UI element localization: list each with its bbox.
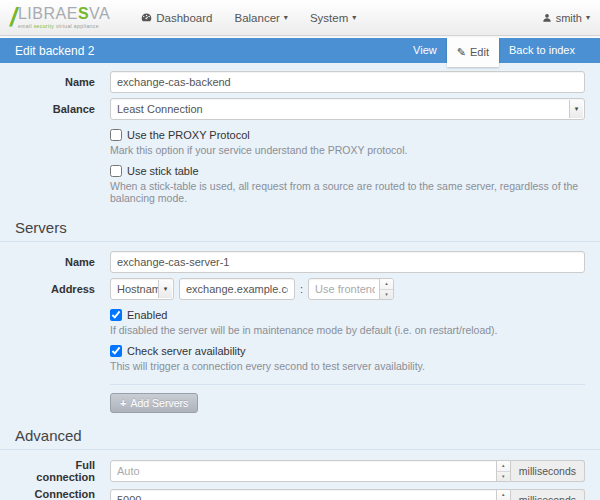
spinner-down-icon[interactable]: ▾ [497, 472, 510, 482]
select-arrow-icon: ▾ [158, 280, 172, 298]
availability-checkbox[interactable] [110, 345, 122, 357]
number-spinner[interactable]: ▴ ▾ [496, 490, 510, 500]
address-separator: : [300, 283, 303, 295]
backend-name-input[interactable] [110, 71, 585, 93]
number-spinner[interactable]: ▴ ▾ [496, 461, 510, 481]
availability-row: Check server availability [110, 345, 585, 357]
full-connection-field: ▴ ▾ [110, 460, 511, 482]
nav-item-system[interactable]: System ▾ [299, 0, 367, 35]
nav-item-dashboard[interactable]: Dashboard [130, 0, 223, 35]
availability-help: This will trigger a connection every sec… [110, 360, 585, 372]
server-port-field: ▴ ▾ [308, 278, 394, 300]
brand-name-post: VA [89, 5, 110, 22]
brand-tagline-accent: security [34, 23, 54, 29]
advanced-section-heading: Advanced [0, 419, 600, 450]
proxy-protocol-row: Use the PROXY Protocol [110, 129, 585, 141]
stick-table-row: Use stick table [110, 165, 585, 177]
connection-timeout-label: Connection Timeout [15, 488, 95, 500]
edit-button[interactable]: ✎ Edit [447, 38, 499, 67]
add-servers-button[interactable]: + Add Servers [110, 393, 198, 413]
brand-tagline-pre: email [18, 23, 34, 29]
availability-label: Check server availability [127, 345, 246, 357]
stick-table-help: When a stick-table is used, all request … [110, 180, 585, 204]
brand-tagline-post: virtual appliance [54, 23, 99, 29]
enabled-checkbox[interactable] [110, 309, 122, 321]
proxy-protocol-label: Use the PROXY Protocol [127, 129, 250, 141]
server-name-label: Name [15, 256, 95, 268]
brand-name-accent: S [78, 5, 89, 22]
plus-icon: + [120, 397, 126, 409]
servers-divider [110, 384, 585, 385]
page-title: Edit backend 2 [15, 44, 94, 58]
page: / LIBRAESVA email security virtual appli… [0, 0, 600, 500]
caret-down-icon: ▾ [586, 14, 590, 22]
full-connection-label: Full connection [15, 459, 95, 483]
enabled-label: Enabled [127, 309, 167, 321]
enabled-help: If disabled the server will be in mainte… [110, 324, 585, 336]
spinner-down-icon[interactable]: ▾ [380, 290, 393, 300]
brand-tagline: email security virtual appliance [18, 23, 110, 29]
brand-name: LIBRAESVA [18, 6, 110, 22]
add-servers-button-label: Add Servers [130, 397, 188, 409]
balance-row: Balance Least Connection ▾ [15, 98, 585, 120]
connection-timeout-input[interactable] [110, 489, 511, 500]
full-connection-row: Full connection ▴ ▾ milliseconds [15, 459, 585, 483]
spinner-up-icon[interactable]: ▴ [380, 279, 393, 290]
nav-item-label: Balancer [234, 12, 279, 24]
brand-name-pre: LIBRAE [18, 5, 78, 22]
stick-table-checkbox[interactable] [110, 165, 122, 177]
main-nav: Dashboard Balancer ▾ System ▾ [130, 0, 367, 35]
dashboard-icon [141, 12, 152, 23]
user-name: smith [556, 12, 582, 24]
brand-slash-icon: / [10, 6, 17, 28]
edit-button-label: Edit [470, 40, 489, 65]
server-name-input[interactable] [110, 251, 585, 273]
server-name-row: Name [15, 251, 585, 273]
brand-logo[interactable]: / LIBRAESVA email security virtual appli… [10, 6, 110, 29]
number-spinner[interactable]: ▴ ▾ [379, 279, 393, 299]
full-connection-unit: milliseconds [511, 460, 585, 482]
connection-timeout-unit: milliseconds [511, 489, 585, 500]
caret-down-icon: ▾ [284, 14, 288, 22]
proxy-protocol-help: Mark this option if your service underst… [110, 144, 585, 156]
view-button[interactable]: View [403, 38, 447, 63]
backend-name-label: Name [15, 76, 95, 88]
user-icon [542, 13, 552, 23]
header-actions: View ✎ Edit Back to index [403, 38, 585, 63]
nav-item-label: System [310, 12, 348, 24]
server-host-input[interactable] [179, 278, 295, 300]
connection-timeout-row: Connection Timeout ▴ ▾ milliseconds [15, 488, 585, 500]
top-navbar: / LIBRAESVA email security virtual appli… [0, 0, 600, 36]
connection-timeout-field: ▴ ▾ [110, 489, 511, 500]
brand-text: LIBRAESVA email security virtual applian… [18, 6, 110, 29]
stick-table-label: Use stick table [127, 165, 199, 177]
nav-item-label: Dashboard [156, 12, 212, 24]
address-type-select[interactable]: Hostname ▾ [110, 278, 174, 300]
balance-selected-value: Least Connection [117, 103, 203, 115]
spinner-up-icon[interactable]: ▴ [497, 461, 510, 472]
nav-item-balancer[interactable]: Balancer ▾ [223, 0, 298, 35]
server-address-label: Address [15, 283, 95, 295]
enabled-row: Enabled [110, 309, 585, 321]
edit-backend-form: Name Balance Least Connection ▾ Use the … [0, 63, 600, 500]
user-menu[interactable]: smith ▾ [542, 12, 590, 24]
pencil-icon: ✎ [457, 40, 466, 65]
proxy-protocol-checkbox[interactable] [110, 129, 122, 141]
balance-label: Balance [15, 103, 95, 115]
backend-name-row: Name [15, 71, 585, 93]
page-header-bar: Edit backend 2 View ✎ Edit Back to index [0, 38, 600, 63]
select-arrow-icon: ▾ [569, 100, 583, 118]
balance-select[interactable]: Least Connection ▾ [110, 98, 585, 120]
caret-down-icon: ▾ [352, 14, 356, 22]
full-connection-input[interactable] [110, 460, 511, 482]
spinner-up-icon[interactable]: ▴ [497, 490, 510, 500]
back-to-index-button[interactable]: Back to index [499, 38, 585, 63]
server-address-row: Address Hostname ▾ : ▴ ▾ [15, 278, 585, 300]
servers-section-heading: Servers [0, 211, 600, 242]
